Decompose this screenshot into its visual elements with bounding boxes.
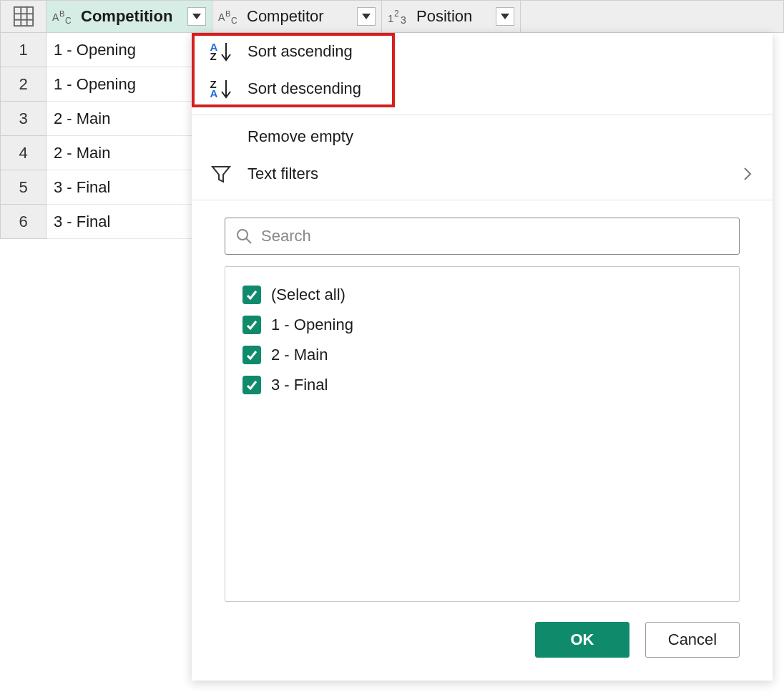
cell[interactable]: 2 - Main bbox=[46, 102, 212, 136]
sort-descending-icon: ZA bbox=[210, 79, 232, 99]
svg-line-21 bbox=[246, 238, 251, 243]
text-type-icon: A B C bbox=[218, 8, 242, 25]
svg-text:B: B bbox=[225, 9, 230, 18]
column-filter-button[interactable] bbox=[357, 7, 376, 26]
cell[interactable]: 2 - Main bbox=[46, 136, 212, 170]
filter-dropdown-panel: AZ Sort ascending ZA Sort descending Rem… bbox=[192, 33, 773, 681]
chevron-down-icon bbox=[192, 13, 202, 20]
search-input[interactable] bbox=[260, 226, 729, 246]
text-filters-item[interactable]: Text filters bbox=[192, 155, 773, 193]
svg-text:1: 1 bbox=[388, 12, 393, 24]
select-all-checkbox[interactable]: (Select all) bbox=[242, 280, 722, 310]
sort-ascending-icon: AZ bbox=[210, 42, 232, 62]
column-label: Competition bbox=[81, 7, 183, 26]
svg-text:C: C bbox=[65, 16, 72, 25]
menu-label: Text filters bbox=[248, 165, 725, 183]
checkbox-checked-icon bbox=[242, 346, 261, 364]
chevron-right-icon bbox=[738, 166, 757, 182]
column-filter-button[interactable] bbox=[496, 7, 514, 26]
svg-text:3: 3 bbox=[401, 14, 406, 25]
row-header[interactable]: 1 bbox=[0, 33, 46, 67]
menu-label: Sort ascending bbox=[248, 42, 757, 61]
row-header[interactable]: 5 bbox=[0, 170, 46, 205]
column-header-competition[interactable]: A B C Competition bbox=[46, 0, 212, 33]
svg-text:C: C bbox=[231, 16, 237, 25]
text-type-icon: A B C bbox=[52, 8, 77, 25]
svg-text:A: A bbox=[218, 11, 225, 23]
svg-marker-8 bbox=[192, 14, 201, 19]
svg-text:B: B bbox=[59, 9, 64, 18]
row-header[interactable]: 2 bbox=[0, 67, 46, 102]
dialog-footer: OK Cancel bbox=[192, 602, 773, 681]
menu-label: Remove empty bbox=[248, 127, 757, 146]
svg-marker-12 bbox=[362, 14, 371, 19]
menu-divider bbox=[192, 114, 773, 115]
filter-values-list[interactable]: (Select all) 1 - Opening 2 - Main 3 - Fi… bbox=[225, 266, 740, 602]
cancel-button[interactable]: Cancel bbox=[645, 622, 740, 658]
checkbox-checked-icon bbox=[242, 286, 261, 304]
filter-value-checkbox[interactable]: 2 - Main bbox=[242, 340, 722, 370]
row-header[interactable]: 3 bbox=[0, 102, 46, 136]
checkbox-label: 1 - Opening bbox=[271, 316, 353, 334]
sort-ascending-item[interactable]: AZ Sort ascending bbox=[192, 33, 773, 70]
checkbox-checked-icon bbox=[242, 316, 261, 334]
column-label: Competitor bbox=[247, 7, 353, 26]
menu-divider bbox=[192, 200, 773, 200]
search-icon bbox=[235, 228, 253, 245]
table-icon bbox=[13, 6, 34, 27]
column-filter-button[interactable] bbox=[187, 7, 206, 26]
cell[interactable]: 1 - Opening bbox=[46, 67, 212, 102]
button-label: OK bbox=[571, 630, 594, 649]
remove-empty-item[interactable]: Remove empty bbox=[192, 118, 773, 155]
svg-text:2: 2 bbox=[394, 9, 399, 19]
column-header-competitor[interactable]: A B C Competitor bbox=[212, 0, 382, 33]
row-header[interactable]: 4 bbox=[0, 136, 46, 170]
cell[interactable]: 3 - Final bbox=[46, 205, 212, 239]
number-type-icon: 1 2 3 bbox=[388, 8, 412, 25]
svg-marker-19 bbox=[212, 167, 230, 182]
checkbox-label: 3 - Final bbox=[271, 376, 328, 394]
cell[interactable]: 3 - Final bbox=[46, 170, 212, 205]
column-label: Position bbox=[416, 7, 491, 26]
sort-descending-item[interactable]: ZA Sort descending bbox=[192, 70, 773, 107]
svg-rect-0 bbox=[14, 7, 32, 26]
chevron-down-icon bbox=[500, 13, 510, 20]
column-header-empty bbox=[521, 0, 784, 33]
chevron-down-icon bbox=[361, 13, 371, 20]
menu-label: Sort descending bbox=[248, 79, 757, 98]
button-label: Cancel bbox=[668, 630, 717, 649]
filter-value-checkbox[interactable]: 1 - Opening bbox=[242, 310, 722, 340]
row-header[interactable]: 6 bbox=[0, 205, 46, 239]
cell[interactable]: 1 - Opening bbox=[46, 33, 212, 67]
svg-text:A: A bbox=[52, 11, 59, 23]
grid-corner-button[interactable] bbox=[0, 0, 46, 33]
svg-marker-16 bbox=[501, 14, 509, 19]
checkbox-label: (Select all) bbox=[271, 286, 346, 304]
filter-icon bbox=[207, 163, 235, 185]
column-header-row: A B C Competition A B C Competitor bbox=[0, 0, 784, 33]
column-header-position[interactable]: 1 2 3 Position bbox=[382, 0, 521, 33]
checkbox-checked-icon bbox=[242, 376, 261, 394]
checkbox-label: 2 - Main bbox=[271, 346, 328, 364]
filter-value-checkbox[interactable]: 3 - Final bbox=[242, 370, 722, 400]
ok-button[interactable]: OK bbox=[535, 622, 629, 658]
svg-point-20 bbox=[237, 230, 248, 240]
search-box[interactable] bbox=[225, 218, 740, 255]
